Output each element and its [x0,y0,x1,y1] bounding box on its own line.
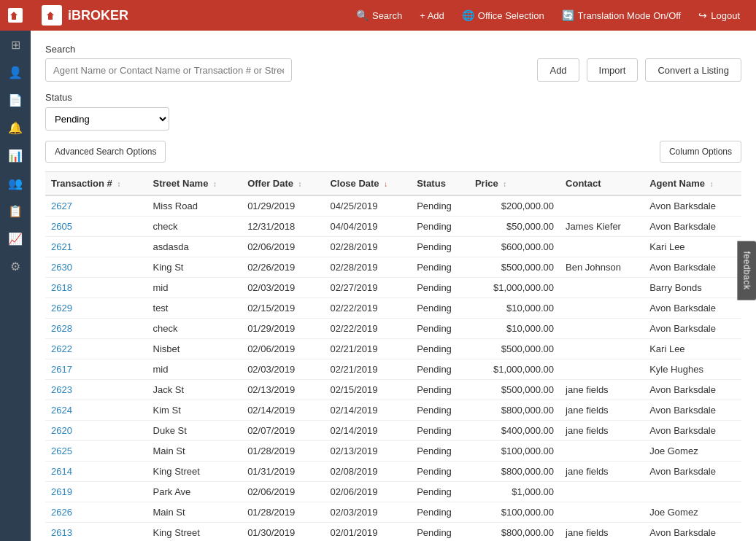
nav-add[interactable]: + Add [411,0,453,31]
sidebar-item-bell[interactable]: 🔔 [0,114,31,141]
contact-cell [560,359,644,380]
contact-cell: jane fields [560,380,644,400]
column-options-button[interactable]: Column Options [660,141,741,163]
table-row: 2628 check 01/29/2019 02/22/2019 Pending… [45,319,741,339]
table-row: 2627 Miss Road 01/29/2019 04/25/2019 Pen… [45,195,741,217]
table-row: 2623 Jack St 02/13/2019 02/15/2019 Pendi… [45,380,741,400]
col-transaction: Transaction # ↕ [45,172,147,196]
agent-cell [644,482,741,502]
status-cell: Pending [411,400,469,421]
price-cell: $800,000.00 [469,523,560,542]
agent-cell: Avon Barksdale [644,257,741,278]
transaction-id-cell[interactable]: 2630 [45,257,147,278]
transaction-id-cell[interactable]: 2619 [45,482,147,502]
close-date-cell: 02/22/2019 [324,319,411,339]
offer-date-cell: 01/29/2019 [242,195,324,217]
contact-cell: jane fields [560,400,644,421]
col-offer-date: Offer Date ↕ [242,172,324,196]
transaction-id-cell[interactable]: 2618 [45,278,147,298]
transaction-id-cell[interactable]: 2626 [45,502,147,523]
sidebar-item-user[interactable]: 👤 [0,58,31,86]
search-section-label: Search [45,44,741,55]
transaction-id-cell[interactable]: 2622 [45,339,147,359]
transaction-id-cell[interactable]: 2627 [45,195,147,217]
street-name-cell: mid [147,359,242,380]
agent-cell: Avon Barksdale [644,421,741,441]
status-cell: Pending [411,502,469,523]
transaction-id-cell[interactable]: 2605 [45,217,147,237]
sidebar-item-settings[interactable]: ⚙ [0,252,31,280]
nav-search[interactable]: 🔍 Search [347,0,411,31]
offer-date-cell: 01/28/2019 [242,502,324,523]
advanced-search-button[interactable]: Advanced Search Options [45,141,166,163]
contact-cell [560,502,644,523]
sidebar-item-document[interactable]: 📄 [0,86,31,114]
status-cell: Pending [411,421,469,441]
col-street: Street Name ↕ [147,172,242,196]
table-row: 2620 Duke St 02/07/2019 02/14/2019 Pendi… [45,421,741,441]
agent-cell: Barry Bonds [644,278,741,298]
contact-cell [560,237,644,257]
feedback-tab[interactable]: feedback [738,241,756,300]
price-cell: $400,000.00 [469,421,560,441]
table-row: 2622 Nisbet 02/06/2019 02/21/2019 Pendin… [45,339,741,359]
street-name-cell: Main St [147,441,242,462]
status-row: Pending Active Closed Cancelled [45,107,741,131]
status-cell: Pending [411,237,469,257]
status-cell: Pending [411,195,469,217]
contact-cell: jane fields [560,462,644,482]
close-date-cell: 02/06/2019 [324,482,411,502]
price-cell: $500,000.00 [469,339,560,359]
status-cell: Pending [411,523,469,542]
status-select[interactable]: Pending Active Closed Cancelled [45,107,169,131]
table-row: 2624 Kim St 02/14/2019 02/14/2019 Pendin… [45,400,741,421]
transaction-id-cell[interactable]: 2629 [45,298,147,319]
transaction-id-cell[interactable]: 2625 [45,441,147,462]
col-status: Status [411,172,469,196]
sidebar-item-list[interactable]: 📋 [0,197,31,225]
transaction-id-cell[interactable]: 2620 [45,421,147,441]
street-name-cell: Park Ave [147,482,242,502]
offer-date-cell: 01/31/2019 [242,462,324,482]
add-button[interactable]: Add [537,58,579,82]
agent-cell: Avon Barksdale [644,217,741,237]
sidebar-item-group[interactable]: 👥 [0,169,31,197]
price-cell: $100,000.00 [469,441,560,462]
status-cell: Pending [411,380,469,400]
convert-listing-button[interactable]: Convert a Listing [645,58,741,82]
transaction-id-cell[interactable]: 2617 [45,359,147,380]
nav-translation[interactable]: 🔄 Translation Mode On/Off [553,0,690,31]
sidebar-item-home[interactable]: ⊞ [0,31,31,58]
import-button[interactable]: Import [587,58,639,82]
offer-date-cell: 02/06/2019 [242,339,324,359]
sidebar-item-chart[interactable]: 📊 [0,141,31,169]
offer-date-cell: 12/31/2018 [242,217,324,237]
price-cell: $600,000.00 [469,237,560,257]
transaction-id-cell[interactable]: 2624 [45,400,147,421]
price-cell: $10,000.00 [469,319,560,339]
offer-date-cell: 02/14/2019 [242,400,324,421]
transaction-id-cell[interactable]: 2614 [45,462,147,482]
nav-logout[interactable]: ↪ Logout [690,0,749,31]
transaction-id-cell[interactable]: 2623 [45,380,147,400]
nav-office-selection[interactable]: 🌐 Office Selection [453,0,553,31]
close-date-cell: 02/21/2019 [324,339,411,359]
search-icon: 🔍 [356,9,369,21]
agent-cell: Avon Barksdale [644,400,741,421]
price-cell: $100,000.00 [469,502,560,523]
sidebar-item-analytics[interactable]: 📈 [0,225,31,252]
price-cell: $50,000.00 [469,217,560,237]
transaction-id-cell[interactable]: 2621 [45,237,147,257]
street-name-cell: Nisbet [147,339,242,359]
street-name-cell: mid [147,278,242,298]
offer-date-cell: 02/15/2019 [242,298,324,319]
street-name-cell: Duke St [147,421,242,441]
street-name-cell: Kim St [147,400,242,421]
transaction-id-cell[interactable]: 2613 [45,523,147,542]
topnav-logo: iBROKER [31,5,139,26]
contact-cell: Ben Johnson [560,257,644,278]
search-input[interactable] [45,58,292,82]
transaction-id-cell[interactable]: 2628 [45,319,147,339]
brand-name: iBROKER [68,8,128,23]
sidebar-logo [0,0,31,31]
